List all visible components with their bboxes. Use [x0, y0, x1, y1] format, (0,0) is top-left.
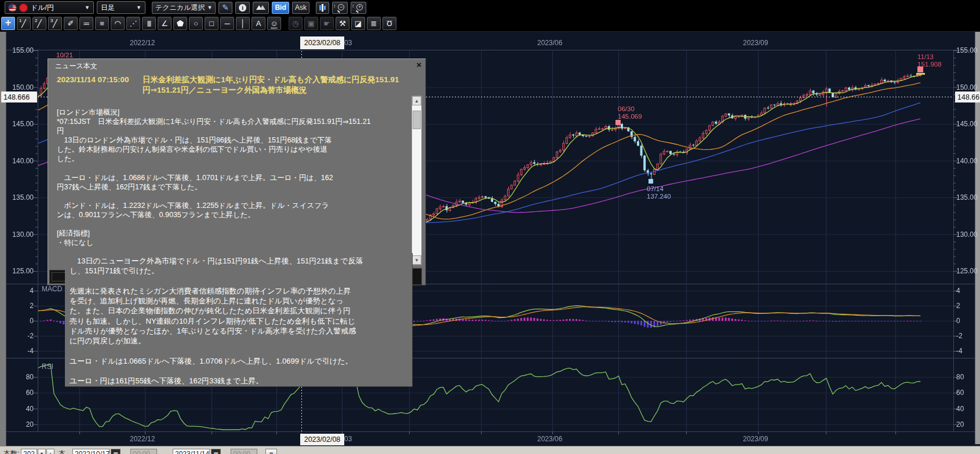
tool-hand-icon: ☛	[323, 19, 330, 28]
price-tick-label: 135.00	[9, 193, 34, 202]
from-time-input: 00:00	[130, 449, 157, 454]
pentagon-icon	[177, 20, 184, 27]
timeframe-select[interactable]: 日足 ▼	[97, 1, 145, 14]
tool-fibonacci-fan[interactable]: ⋰	[126, 17, 140, 30]
tool-crosshair-icon: +	[5, 17, 12, 29]
bottom-settings-bar: 本数: 202 ▼ ▲ 本 2022/10/17 ▦ 00:00 2023/11…	[0, 446, 980, 454]
news-body-text: [ロンドン市場概況] *07:15JST 日米金利差拡大観測に1年ぶり円安・ドル…	[57, 108, 400, 247]
technical-select-button[interactable]: テクニカル選択 ▼	[152, 2, 216, 14]
tool-ruler[interactable]: ✐	[64, 17, 78, 30]
zoom-in-icon: ↕+	[354, 3, 363, 12]
tool-copy-icon: ▣	[308, 19, 315, 28]
tool-adjust-wrench-icon: ⚒	[339, 19, 346, 28]
news-headline-line1: 日米金利差拡大観測に1年ぶり円安・ドル高も介入警戒感に円反発151.91	[143, 75, 399, 85]
area-chart-button[interactable]	[253, 2, 269, 14]
scrollbar-thumb[interactable]	[413, 111, 421, 129]
tool-magnet-icon: Ω	[387, 19, 392, 28]
to-date-input[interactable]: 2023/11/14	[173, 449, 210, 454]
count-decrement-button[interactable]: ▼	[38, 449, 46, 454]
date-label-top: 2023/09	[743, 39, 768, 47]
tool-number-label: 3	[50, 18, 53, 23]
tool-rectangle[interactable]: □	[205, 17, 218, 30]
tool-parallel-lines[interactable]: ═	[79, 17, 93, 30]
tool-magnet[interactable]: Ω	[382, 17, 396, 30]
zoom-in-button[interactable]: ↕+	[351, 2, 366, 14]
zoom-out-button[interactable]: ↕−	[332, 2, 348, 14]
tool-settings-list[interactable]: ≣	[367, 17, 381, 30]
jp-flag-icon	[20, 4, 27, 12]
tool-trendline-3[interactable]: ╱3	[48, 17, 62, 30]
report-document-icon[interactable]: ▤	[265, 449, 277, 454]
bid-button[interactable]: Bid	[272, 2, 289, 14]
tool-eraser-icon: ◪	[355, 19, 362, 28]
tool-horizontal-grid[interactable]: ≡	[95, 17, 109, 30]
rsi-tick-label: 60	[9, 389, 34, 397]
tool-gann-fan[interactable]: ∠	[158, 17, 172, 30]
macd-tick-label: 4	[9, 287, 34, 295]
tool-eraser[interactable]: ◪	[351, 17, 365, 30]
pencil-icon: ✎	[222, 3, 229, 12]
macd-tick-label: 0	[9, 317, 34, 325]
scroll-down-icon[interactable]: ▼	[412, 255, 421, 265]
info-button[interactable]: i	[235, 2, 250, 14]
us-flag-icon	[9, 4, 16, 12]
draw-mode-button[interactable]: ✎	[218, 2, 232, 14]
ask-label: Ask	[295, 3, 307, 12]
tool-trendline-1-icon: ╱	[21, 19, 26, 28]
to-calendar-icon[interactable]: ▦	[211, 449, 221, 454]
tool-parallel-lines-icon: ═	[83, 19, 89, 28]
info-icon: i	[239, 4, 246, 12]
price-tick-label: 155.00	[9, 46, 34, 54]
from-calendar-icon[interactable]: ▦	[111, 449, 121, 454]
news-body-window-2[interactable]: 13日のニューヨーク外為市場でドル・円は151円91銭へ上昇後、151円21銭ま…	[65, 253, 413, 387]
bar-count-input[interactable]: 202	[21, 449, 37, 454]
news-scrollbar[interactable]: ▲ ▼	[411, 96, 422, 265]
timeframe-label: 日足	[101, 3, 115, 13]
tool-history-icon: ◷	[292, 19, 298, 28]
tool-horizontal-line[interactable]: ─	[220, 17, 234, 30]
tool-trendline-1[interactable]: ╱1	[17, 17, 31, 30]
news-window-titlebar[interactable]	[48, 59, 425, 72]
price-tick-label: 155.00	[956, 46, 978, 54]
price-tick-label: 150.00	[9, 83, 34, 91]
tool-pentagon[interactable]	[173, 17, 187, 30]
count-increment-button[interactable]: ▲	[46, 449, 54, 454]
tool-rectangle-icon: □	[209, 19, 214, 28]
tool-icon-stamp[interactable]: ☺icon	[267, 17, 281, 30]
tool-number-label: 1	[19, 18, 21, 23]
tool-fibonacci-arc[interactable]: ◠	[111, 17, 125, 30]
close-icon[interactable]: ×	[414, 60, 424, 69]
tool-adjust-wrench[interactable]: ⚒	[336, 17, 349, 30]
macd-tick-label: -2	[9, 332, 34, 340]
ask-button[interactable]: Ask	[292, 2, 309, 14]
tool-trendline-2[interactable]: ╱2	[32, 17, 46, 30]
tool-text[interactable]: A	[252, 17, 265, 30]
chevron-down-icon: ▼	[136, 5, 141, 10]
drawing-toolbar: +╱1╱2╱3✐═≡◠⋰||||∠○□─│A☺icon◷▣☛⚒◪≣Ω	[0, 15, 980, 32]
tool-fibonacci-timezone[interactable]: ||||	[142, 17, 156, 30]
news-body-text-2: 13日のニューヨーク外為市場でドル・円は151円91銭へ上昇後、151円21銭ま…	[70, 256, 409, 386]
candle-chart-button[interactable]	[316, 2, 329, 14]
tool-gann-fan-icon: ∠	[161, 19, 168, 28]
tool-horizontal-grid-icon: ≡	[100, 19, 104, 28]
from-date-input[interactable]: 2022/10/17	[72, 449, 110, 454]
date-label-bottom: 2023/09	[743, 435, 768, 443]
cursor-date-box-bottom: 2023/02/08	[300, 434, 344, 445]
chevron-down-icon: ▼	[207, 5, 212, 10]
date-label-bottom: 2023/06	[537, 435, 562, 443]
tool-crosshair[interactable]: +	[1, 17, 15, 30]
macd-tick-label: 4	[956, 287, 960, 295]
tool-text-icon: A	[256, 19, 261, 28]
zoom-out-icon: ↕−	[336, 3, 344, 12]
technical-select-label: テクニカル選択	[155, 3, 205, 13]
price-tick-label: 140.00	[956, 157, 978, 165]
news-headline-line2: 円⇒151.21円／ニューヨーク外国為替市場概況	[143, 85, 410, 96]
to-time-input: 00:00	[231, 449, 257, 454]
currency-pair-select[interactable]: ドル/円 ▼	[5, 1, 94, 14]
scroll-up-icon[interactable]: ▲	[412, 96, 421, 105]
tool-vertical-line[interactable]: │	[236, 17, 250, 30]
chart-application: ドル/円 ▼ 日足 ▼ テクニカル選択 ▼ ✎ i Bid Ask ↕− ↕+ …	[0, 0, 980, 454]
mountain-icon	[256, 5, 265, 10]
currency-pair-label: ドル/円	[31, 3, 54, 13]
tool-circle[interactable]: ○	[189, 17, 203, 30]
